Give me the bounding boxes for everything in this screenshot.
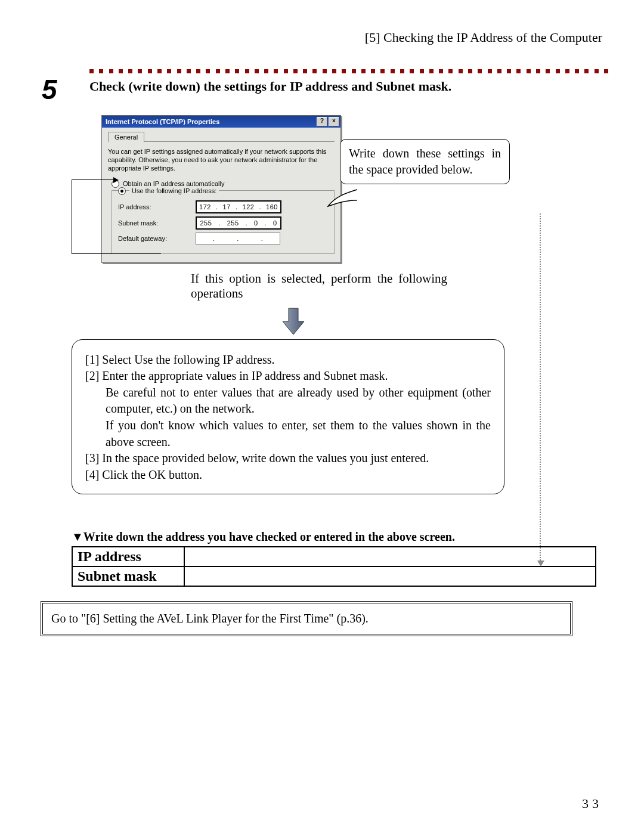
label-subnet-mask: Subnet mask:	[118, 219, 196, 227]
cell-value-subnet[interactable]	[184, 566, 596, 586]
operation-step: [1] Select Use the following IP address.	[85, 352, 491, 368]
operations-box: [1] Select Use the following IP address.…	[72, 339, 504, 495]
ip-address-field[interactable]: 172. 17. 122. 160	[196, 200, 281, 213]
dialog-titlebar: Internet Protocol (TCP/IP) Properties ? …	[102, 116, 340, 128]
operation-step: [2] Enter the appropriate values in IP a…	[85, 368, 491, 385]
page-number: 33	[582, 796, 602, 812]
down-arrow-icon	[280, 307, 608, 336]
radio-use-following-label: Use the following IP address:	[129, 187, 219, 194]
tcpip-properties-dialog: Internet Protocol (TCP/IP) Properties ? …	[101, 115, 341, 262]
cell-label-subnet: Subnet mask	[72, 566, 184, 586]
callout-bubble: Write down these settings in the space p…	[340, 139, 510, 184]
flow-arrow-down	[540, 213, 541, 565]
radio-label: Obtain an IP address automatically	[123, 180, 224, 187]
step-title: Check (write down) the settings for IP a…	[89, 78, 451, 94]
table-row: Subnet mask	[72, 566, 596, 586]
writein-table: IP address Subnet mask	[72, 546, 596, 587]
label-default-gateway: Default gateway:	[118, 235, 196, 242]
operation-step: [4] Click the OK button.	[85, 467, 491, 484]
svg-rect-0	[357, 188, 364, 201]
operation-step: [3] In the space provided below, write d…	[85, 450, 491, 467]
section-header: [5] Checking the IP Address of the Compu…	[36, 30, 608, 45]
cell-label-ip: IP address	[72, 547, 184, 566]
goto-box: Go to "[6] Setting the AVeL Link Player …	[41, 601, 572, 636]
dotted-rule	[36, 69, 608, 74]
default-gateway-field[interactable]: . . .	[196, 233, 280, 244]
cell-value-ip[interactable]	[184, 547, 596, 566]
callout-tail	[328, 185, 364, 224]
radio-icon[interactable]	[118, 187, 126, 195]
operation-note: If you don't know which values to enter,…	[106, 417, 491, 450]
step-number: 5	[36, 78, 89, 102]
auto-option-note: If this option is selected, perform the …	[191, 271, 447, 301]
fieldset-manual-ip: Use the following IP address: IP address…	[112, 190, 335, 254]
label-ip-address: IP address:	[118, 203, 196, 210]
subnet-mask-field[interactable]: 255. 255. 0. 0	[196, 216, 281, 230]
tab-general[interactable]: General	[108, 132, 144, 142]
operation-note: Be careful not to enter values that are …	[106, 385, 491, 417]
writein-heading: ▼Write down the address you have checked…	[72, 530, 608, 544]
help-button[interactable]: ?	[317, 117, 327, 126]
close-button[interactable]: ×	[329, 117, 339, 126]
dialog-title: Internet Protocol (TCP/IP) Properties	[106, 118, 219, 125]
dialog-description: You can get IP settings assigned automat…	[108, 148, 335, 172]
table-row: IP address	[72, 547, 596, 566]
